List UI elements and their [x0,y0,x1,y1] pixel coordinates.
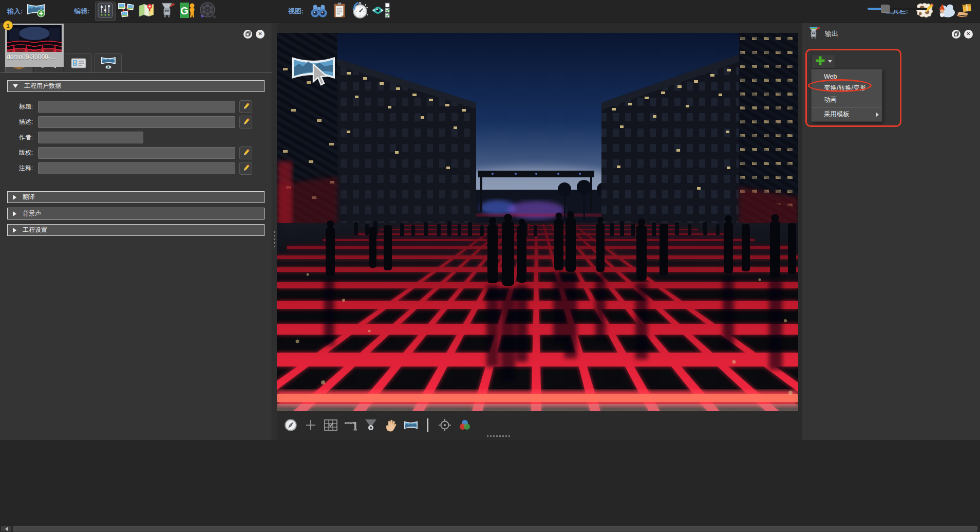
field-row-comment: 注释: [0,162,272,174]
scrollbar-thumb[interactable] [13,526,977,531]
compass-tool-icon[interactable] [283,417,298,433]
group-project-settings-label: 工程设置 [23,226,47,234]
group-background-sound-label: 背景声 [23,209,41,218]
author-input[interactable] [38,132,143,143]
scroll-left-button[interactable] [1,526,11,531]
pencil-icon [241,117,251,126]
panorama-image [277,33,798,411]
description-input[interactable] [38,116,235,128]
field-row-author: 作者: [0,131,272,143]
menu-item-template[interactable]: 采用模板 [812,108,882,120]
panorama-thumbnail-item[interactable]: 1 [5,24,64,67]
panorama-viewer-panel [277,23,802,440]
toolbar-separator [427,418,428,432]
svg-text:G: G [180,5,189,16]
horizontal-splitter-handle[interactable] [487,435,510,438]
app-window: 输入: 编辑: G 视图: [0,0,980,532]
output-panel: 输出 ✕ Web 变换/转换/变形 动画 采用模板 [802,23,980,440]
slider-handle[interactable] [881,5,890,13]
view-cone-tool-icon[interactable] [363,417,379,433]
comment-label: 注释: [0,164,33,173]
group-project-settings[interactable]: 工程设置 [7,224,265,236]
edit-group-label: 编辑: [74,7,89,16]
crosshair-tool-icon[interactable] [303,417,318,433]
user-data-fields: 标题: 描述: 作者: 版权: [0,92,272,184]
thumbnail-filename: demo09-30000-... [7,53,62,61]
group-background-sound[interactable]: 背景声 [7,208,265,219]
field-row-copyright: 版权: [0,146,272,159]
submenu-arrow-icon [876,113,879,117]
horizontal-scrollbar[interactable] [0,525,980,532]
title-edit-button[interactable] [239,100,252,113]
color-channels-icon[interactable] [457,417,473,433]
menu-item-template-label: 采用模板 [824,110,850,119]
pencil-icon [241,163,251,173]
copyright-edit-button[interactable] [239,146,252,159]
description-edit-button[interactable] [239,116,252,129]
splitter-handle [274,231,275,249]
group-translation-label: 翻译 [23,193,35,201]
group-translation[interactable]: 翻译 [7,191,265,203]
panorama-viewport[interactable] [277,33,798,411]
barrier-tool-icon[interactable] [343,417,359,433]
expand-arrow-icon [13,195,16,200]
title-label: 标题: [0,102,33,111]
field-row-description: 描述: [0,116,272,128]
pan-hand-tool-icon[interactable] [383,417,399,433]
menu-item-animation[interactable]: 动画 [812,94,882,106]
left-arrow-icon [5,527,8,531]
center-view-icon[interactable] [437,417,453,433]
expand-arrow-icon [13,211,16,216]
pencil-icon [241,148,251,157]
title-input[interactable] [38,101,235,113]
tour-browser-content: 1 [0,17,980,85]
vertical-splitter[interactable] [272,23,277,440]
thumbnail-order-badge: 1 [3,21,13,30]
menu-separator [812,107,881,107]
expand-arrow-icon [13,228,16,233]
pencil-icon [241,102,251,111]
author-label: 作者: [0,133,33,142]
copyright-label: 版权: [0,149,33,157]
thumbnail-zoom-slider[interactable] [868,5,927,13]
comment-input[interactable] [38,162,235,174]
thumbnail-image [7,25,62,52]
comment-edit-button[interactable] [239,162,252,175]
copyright-input[interactable] [38,147,235,159]
grid-tool-icon[interactable] [323,417,338,433]
view-group-label: 视图: [288,7,304,16]
properties-panel: 属性 - 工程 ✕ 工程用户数据 标题: 描述 [0,23,272,440]
description-label: 描述: [0,118,33,126]
panorama-mode-icon[interactable] [403,417,419,433]
properties-content: 工程用户数据 标题: 描述: 作者: 版权: [0,73,272,236]
field-row-title: 标题: [0,100,272,113]
viewer-toolbar [277,414,798,436]
input-group-label: 输入: [7,7,23,16]
